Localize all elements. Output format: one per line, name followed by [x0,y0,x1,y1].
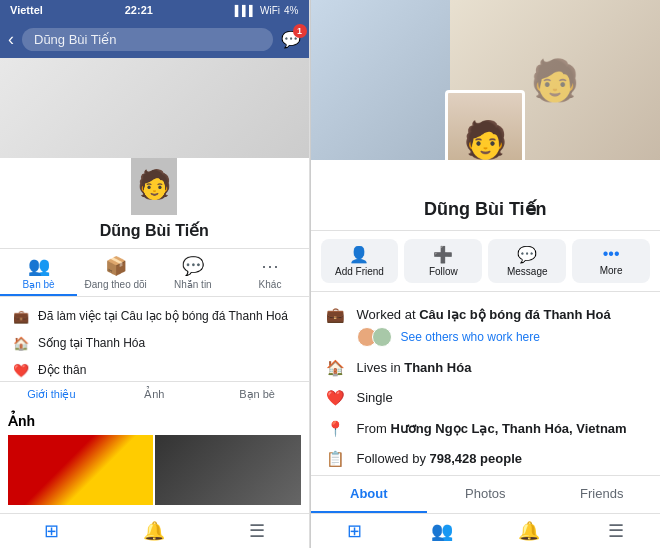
right-work-icon: 💼 [325,306,347,324]
profile-name-right: Dũng Bùi Tiến [311,198,660,220]
photo-thumb-2[interactable] [155,435,300,505]
right-work-company: Câu lạc bộ bóng đá Thanh Hoá [419,307,611,322]
battery-label: 4% [284,5,298,16]
info-lives-text: Sống tại Thanh Hóa [38,335,297,352]
see-others-wrap: See others who work here [357,327,646,347]
cover-photo-left [0,58,309,158]
time-label: 22:21 [125,4,153,16]
right-bell-icon: 🔔 [518,520,540,542]
right-people-icon: 👥 [431,520,453,542]
info-list-right: 💼 Worked at Câu lạc bộ bóng đá Thanh Hoá… [311,292,660,475]
tab-photos[interactable]: Photos [427,476,543,513]
avatar-left: 🧑 [129,152,179,217]
bottom-nav-menu[interactable]: ☰ [206,520,309,542]
heart-icon: ❤️ [12,363,30,378]
photo-thumb-1[interactable] [8,435,153,505]
right-followers-icon: 📋 [325,450,347,468]
follow-label: Follow [429,266,458,277]
cover-strip [0,58,309,158]
right-lives-city: Thanh Hóa [404,360,471,375]
bottom-nav-notif[interactable]: 🔔 [103,520,206,542]
more-label: More [600,265,623,276]
see-others-link[interactable]: See others who work here [401,329,540,346]
profile-tabs-left: 👥 Bạn bè 📦 Đang theo dõi 💬 Nhắn tin ⋯ Kh… [0,249,309,297]
following-icon: 📦 [105,255,127,277]
cover-bg-left-side [311,0,451,160]
right-home-nav-icon: ⊞ [347,520,362,542]
tab-friends[interactable]: 👥 Bạn bè [0,249,77,296]
right-followers-prefix: Followed by [357,451,430,466]
more-icon: ⋯ [261,255,279,277]
more-icon-right: ••• [603,245,620,263]
work-icon: 💼 [12,309,30,324]
photos-grid [8,435,301,505]
status-bar: Viettel 22:21 ▌▌▌ WiFi 4% [0,0,309,20]
bottom-tabs-right: About Photos Friends [311,475,660,513]
right-info-followers: 📋 Followed by 798,428 people [325,444,646,474]
add-friend-button[interactable]: 👤 Add Friend [321,239,399,283]
right-from-text: From Hương Ngọc Lạc, Thanh Hóa, Vietnam [357,420,646,438]
right-lives-prefix: Lives in [357,360,405,375]
tab-about[interactable]: About [311,476,427,513]
back-button[interactable]: ‹ [8,29,14,50]
avatar-right-wrap: 🧑 [445,90,525,160]
subnav-photos[interactable]: Ảnh [103,382,206,407]
search-input-wrap[interactable]: Dũng Bùi Tiến [22,28,273,51]
right-work-text: Worked at Câu lạc bộ bóng đá Thanh Hoá S… [357,306,646,347]
right-home-icon: 🏠 [325,359,347,377]
right-info-work: 💼 Worked at Câu lạc bộ bóng đá Thanh Hoá… [325,300,646,353]
right-from-place: Hương Ngọc Lạc, Thanh Hóa, Vietnam [390,421,626,436]
cover-photo-right: 🧑 🧑 [311,0,660,160]
messenger-icon[interactable]: 💬 1 [281,30,301,49]
right-nav-bell[interactable]: 🔔 [485,520,572,542]
tab-friends-label: Friends [580,486,623,501]
tab-friends-right[interactable]: Friends [544,476,660,513]
tab-messages-label: Nhắn tin [174,279,212,290]
status-icons: ▌▌▌ WiFi 4% [235,5,299,16]
right-followers-text: Followed by 798,428 people [357,450,646,468]
message-button[interactable]: 💬 Message [488,239,566,283]
menu-icon: ☰ [249,520,265,542]
photos-title-row: Ảnh [8,407,301,435]
tab-messages[interactable]: 💬 Nhắn tin [154,249,231,296]
left-panel: Viettel 22:21 ▌▌▌ WiFi 4% ‹ Dũng Bùi Tiế… [0,0,310,548]
carrier-label: Viettel [10,4,43,16]
right-followers-count: 798,428 people [430,451,523,466]
message-icon: 💬 [517,245,537,264]
right-heart-icon: ❤️ [325,389,347,407]
right-nav-home[interactable]: ⊞ [311,520,398,542]
right-nav-menu[interactable]: ☰ [573,520,660,542]
home-nav-icon: ⊞ [44,520,59,542]
info-work: 💼 Đã làm việc tại Câu lạc bộ bóng đá Tha… [12,303,297,330]
right-panel: 🧑 🧑 Dũng Bùi Tiến 👤 Add Friend ➕ Follow … [311,0,660,548]
add-friend-icon: 👤 [349,245,369,264]
follow-button[interactable]: ➕ Follow [404,239,482,283]
more-button-right[interactable]: ••• More [572,239,650,283]
info-lives: 🏠 Sống tại Thanh Hóa [12,330,297,357]
signal-icon: ▌▌▌ [235,5,256,16]
info-status: ❤️ Độc thân [12,357,297,381]
avatar-right: 🧑 [445,90,525,160]
subnav-intro[interactable]: Giới thiệu [0,382,103,407]
bottom-nav-right: ⊞ 👥 🔔 ☰ [311,513,660,548]
profile-name-section-right: Dũng Bùi Tiến [311,160,660,231]
right-info-single: ❤️ Single [325,383,646,413]
wifi-icon: WiFi [260,5,280,16]
right-work-prefix: Worked at [357,307,420,322]
colleague-avatars [357,327,387,347]
subnav-friends[interactable]: Bạn bè [206,382,309,407]
photos-section: Ảnh [0,407,309,513]
tab-about-label: About [350,486,388,501]
bell-icon: 🔔 [143,520,165,542]
tab-following-label: Đang theo dõi [85,279,147,290]
search-bar: ‹ Dũng Bùi Tiến 💬 1 [0,20,309,58]
action-buttons-row: 👤 Add Friend ➕ Follow 💬 Message ••• More [311,231,660,292]
notif-badge: 1 [293,24,307,38]
info-status-text: Độc thân [38,362,297,379]
home-icon-left: 🏠 [12,336,30,351]
right-lives-text: Lives in Thanh Hóa [357,359,646,377]
right-nav-people[interactable]: 👥 [398,520,485,542]
tab-following[interactable]: 📦 Đang theo dõi [77,249,154,296]
bottom-nav-home[interactable]: ⊞ [0,520,103,542]
tab-more-left[interactable]: ⋯ Khác [231,249,308,296]
